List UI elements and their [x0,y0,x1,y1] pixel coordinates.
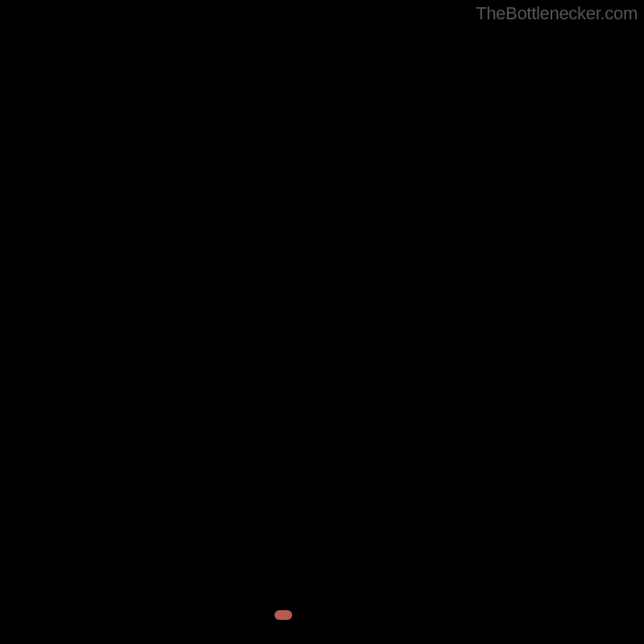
optimum-marker [275,610,292,620]
gradient-background [23,23,621,621]
plot-area [23,23,621,621]
chart-frame: TheBottlenecker.com [0,0,644,644]
watermark-text: TheBottlenecker.com [476,3,638,24]
